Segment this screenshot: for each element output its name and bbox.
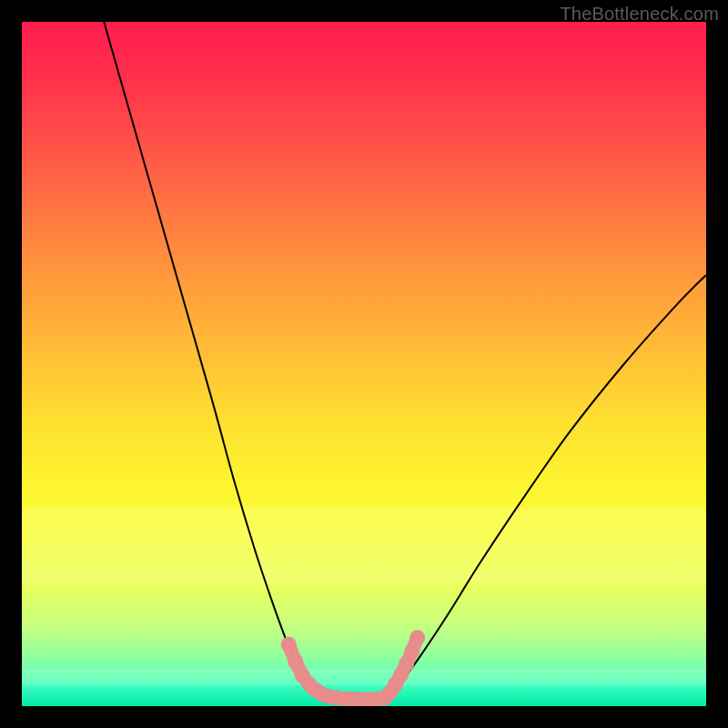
curve-right-curve [385,275,706,698]
watermark-text: TheBottleneck.com [560,4,719,25]
svg-point-20 [410,630,425,645]
curve-left-curve [104,22,337,698]
highlight-right [377,630,425,705]
chart-svg [22,22,706,706]
svg-point-19 [404,643,420,659]
chart-plot-area [22,22,706,706]
svg-point-0 [281,637,297,652]
svg-point-1 [288,654,303,670]
